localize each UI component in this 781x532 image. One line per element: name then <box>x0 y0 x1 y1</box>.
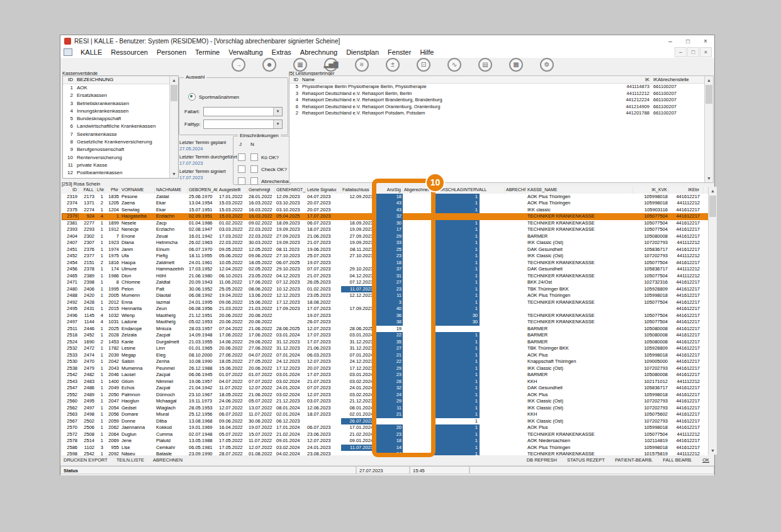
minimize-icon[interactable]: – <box>661 36 679 47</box>
scroll-down-icon[interactable]: ▼ <box>709 446 717 455</box>
table-row[interactable]: 2393 2293 1 1912 Nenecje Erzlachn 02.08.… <box>62 226 708 233</box>
kassen-row[interactable]: 2 Ersatzkassen <box>63 92 170 99</box>
table-row[interactable]: 2452 2377 1 1975 Ufa Fiefig 18.11.1955 0… <box>62 253 708 260</box>
table-row[interactable]: 2451 2376 1 1974 Janm Elnum 06.07.1970 0… <box>62 247 708 253</box>
checkbox-j[interactable] <box>238 165 245 173</box>
kassen-row[interactable]: 4 Innungskrankenkassen <box>63 108 170 115</box>
scroll-thumb[interactable] <box>705 85 712 104</box>
scroll-thumb[interactable] <box>171 85 177 101</box>
table-row[interactable]: 2530 2470 1 2042 Salsin Zenha 10.08.1990… <box>62 358 708 365</box>
falltyp-select[interactable]: ▼ <box>203 119 283 129</box>
statistics-icon[interactable]: ▂▅▇ <box>324 58 338 72</box>
table-row[interactable]: 2379 924 4 1 Haogaselba Erzlachn 02.09.1… <box>62 213 708 220</box>
table-row[interactable]: 2578 2514 1 2069 Jene Plalutd 13.05.1988… <box>62 438 708 445</box>
footer-button[interactable]: STATUS REZEPT <box>567 457 605 463</box>
leistung-row[interactable]: 5 Physiotherapie Berlin Physiotherapie B… <box>289 84 705 91</box>
menu-item[interactable]: Extras <box>267 47 296 58</box>
table-row[interactable]: 2562 2497 1 2054 Gedsel Wlaglach 28.05.1… <box>62 405 708 412</box>
footer-button[interactable]: ABRECHNEN <box>153 457 183 463</box>
table-row[interactable]: 2480 2406 1 1995 Pelon Palt 30.06.1952 2… <box>62 286 708 293</box>
chevron-down-icon[interactable]: ▼ <box>273 120 282 128</box>
checkbox-n[interactable] <box>250 165 258 173</box>
table-row[interactable]: 2543 2483 1 1400 Gilom Nlimmel 19.06.195… <box>62 379 708 385</box>
footer-button[interactable]: DRUCKEN EXPORT <box>64 457 108 463</box>
table-row[interactable]: 2542 2482 1 2046 Laosel Zacpal 06.06.194… <box>62 372 708 379</box>
menu-item[interactable]: Abrechnung <box>296 47 342 58</box>
table-row[interactable]: 2456 2378 1 174 Ulmure Hammazelnh 17.03.… <box>62 266 708 273</box>
menu-item[interactable]: Termine <box>191 47 224 58</box>
plan-grid-icon[interactable]: ▩ <box>509 58 523 72</box>
table-row[interactable]: 2497 1144 4 1031 Ladone Maothelg 05.02.1… <box>62 319 708 326</box>
mdi-close-icon[interactable]: × <box>700 47 712 57</box>
table-row[interactable]: 2547 2486 1 2049 Echos Zacpal 21.04.1942… <box>62 385 708 392</box>
table-row[interactable]: 2563 2498 1 2056 Domare Miural 25.12.195… <box>62 411 708 418</box>
table-row[interactable]: 2488 2420 1 2005 Mumenn Dlaotal 06.08.19… <box>62 292 708 299</box>
menu-item[interactable]: Dienstplan <box>342 47 383 58</box>
checkbox-j[interactable] <box>238 177 245 185</box>
checkbox-n[interactable] <box>250 153 258 161</box>
kassen-row[interactable]: 5 Bundesknappschaft <box>63 115 170 123</box>
kassen-row[interactable]: 3 Betriebskrankenkassen <box>63 100 170 108</box>
menu-item[interactable]: Ressourcen <box>106 47 152 58</box>
table-row[interactable]: 2511 2446 1 2025 Endarope Mnioza 28.03.1… <box>62 326 708 333</box>
scroll-down-icon[interactable]: ▼ <box>705 174 713 182</box>
table-row[interactable]: 2319 2173 1 1835 Pesone Zaldal 25.06.197… <box>62 194 708 201</box>
table-scrollbar[interactable]: ▲ ▼ <box>708 187 717 455</box>
table-row[interactable]: 2533 2474 1 2039 Megap Eleg 08.10.2000 2… <box>62 352 708 359</box>
forward-icon[interactable]: → <box>232 58 245 72</box>
table-row[interactable]: 2407 2307 1 1923 Dlana Hetnmcha 26.02.19… <box>62 240 708 247</box>
menu-item[interactable]: Hilfe <box>415 47 438 58</box>
kassen-row[interactable]: 8 Gesetzliche Krankenversicherung <box>63 138 170 146</box>
table-row[interactable]: 2375 2274 1 1204 Senwlag Ekar 15.07.1951… <box>62 207 708 214</box>
scroll-down-icon[interactable]: ▼ <box>170 170 178 178</box>
kassen-row[interactable]: 6 Landwirtschaftliche Krankenkassen <box>63 123 170 130</box>
menu-item[interactable]: Personen <box>152 47 191 58</box>
table-row[interactable]: 2492 2428 1 2012 Enna Iazmal 24.01.1995 … <box>62 299 708 306</box>
table-row[interactable]: 2524 1690 2 1453 Kanle Durgalmett 21.03.… <box>62 339 708 346</box>
kassen-row[interactable]: 7 Seekrankenkasse <box>63 131 170 138</box>
chevron-down-icon[interactable]: ▼ <box>273 108 282 116</box>
mdi-minimize-icon[interactable]: – <box>675 47 687 57</box>
kassen-row[interactable]: 12 Postbeamtenkassen <box>63 169 170 177</box>
fallart-select[interactable]: ▼ <box>203 107 283 116</box>
kassen-row[interactable]: 10 Rentenversicherung <box>63 154 170 162</box>
kassen-row[interactable]: 1 AOK <box>63 84 170 92</box>
table-row[interactable]: 2465 2389 1 1986 Dlon Höht 21.06.1980 06… <box>62 273 708 280</box>
kassen-scrollbar[interactable]: ▲ ▼ <box>169 76 178 178</box>
table-row[interactable]: 2552 2489 1 2050 Palmnon Dünnoch 23.10.1… <box>62 392 708 399</box>
table-row[interactable]: 2381 2277 1 1899 Nesele Zacp 01.04.1986 … <box>62 220 708 227</box>
scroll-up-icon[interactable]: ▲ <box>705 76 713 84</box>
menu-item[interactable]: Fenster <box>383 47 415 58</box>
table-row[interactable]: 2572 2508 1 2064 Duglun Cumma 02.07.1948… <box>62 431 708 438</box>
close-icon[interactable]: × <box>697 36 714 47</box>
checkbox-j[interactable] <box>238 153 245 161</box>
mdi-restore-icon[interactable]: □ <box>687 47 699 57</box>
table-row[interactable]: 2471 2398 1 8 Chlomne Zaldtal 20.09.1943… <box>62 279 708 286</box>
footer-button[interactable]: TEILN.LISTE <box>116 457 144 463</box>
table-row[interactable]: 2598 2542 1 2092 Näseu Batasle 23.09.199… <box>62 451 708 455</box>
footer-button[interactable]: FALL BEARB. <box>663 457 692 463</box>
kassen-row[interactable]: 9 Berufgenossenschaft <box>63 146 170 153</box>
leistung-row[interactable]: 6 Rehasport Deutschland e.V. Rehasport O… <box>289 104 705 111</box>
calculator-icon[interactable]: ± <box>386 58 400 72</box>
leistung-scrollbar[interactable]: ▲ ▼ <box>704 76 713 182</box>
curve-icon[interactable]: ∿ <box>447 58 461 72</box>
leistung-row[interactable]: 4 Rehasport Deutschland e.V. Rehasport B… <box>289 97 705 104</box>
leistung-row[interactable]: 3 Rehasport Deutschland e.V. Rehasport B… <box>289 91 705 97</box>
menu-item[interactable]: Verwaltung <box>224 47 267 58</box>
settings-gears-icon[interactable]: ⚙ <box>540 58 554 72</box>
footer-button[interactable]: OK <box>702 457 709 463</box>
table-row[interactable]: 2586 1102 3 955 Lise Cemkahr 06.05.1981 … <box>62 445 708 452</box>
leistung-row[interactable]: 2 Rehasport Deutschland e.V. Rehasport P… <box>289 110 705 117</box>
kassen-row[interactable]: 11 private Kasse <box>63 162 170 169</box>
table-row[interactable]: 2538 2479 1 2043 Mumenna Peunmel 26.12.1… <box>62 365 708 372</box>
table-row[interactable]: 2560 2495 1 2047 Haoglun Mchaagal 19.11.… <box>62 398 708 405</box>
maximize-icon[interactable]: □ <box>679 36 697 47</box>
patients-icon[interactable]: ☻ <box>262 58 276 72</box>
scroll-up-icon[interactable]: ▲ <box>170 76 178 84</box>
invoice-monitor-icon[interactable]: ⊡ <box>417 58 430 72</box>
card-reader-icon[interactable]: ▤ <box>478 58 492 72</box>
table-row[interactable]: 2570 2506 1 2062 Jaennanna Kokkod 19.01.… <box>62 424 708 431</box>
footer-button[interactable]: PATIENT-BEARB. <box>615 457 653 463</box>
table-row[interactable]: 2518 2452 1 2028 Zelzala Zacpal 14.09.19… <box>62 332 708 339</box>
